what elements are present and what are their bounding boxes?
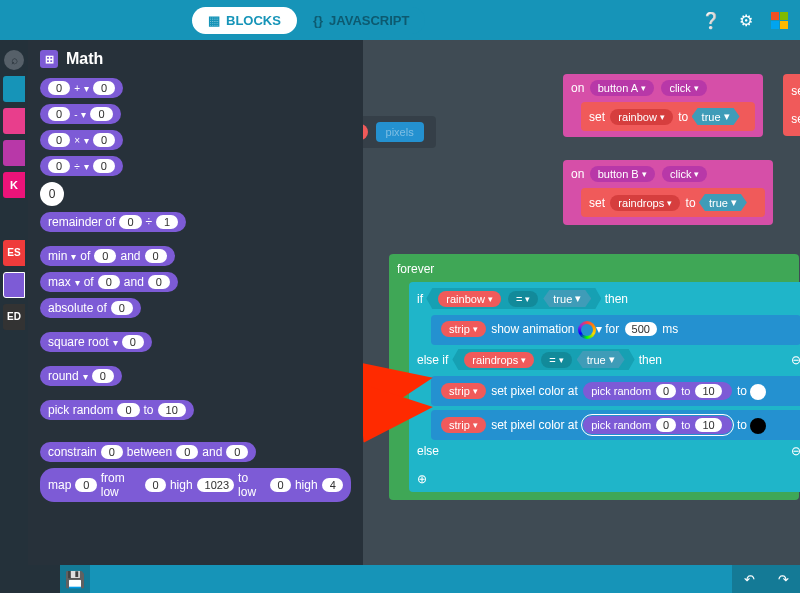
redo-icon: ↷ [778, 572, 789, 587]
sqrt-block[interactable]: square root▾ 0 [40, 332, 152, 352]
op-div-block[interactable]: 0÷▾0 [40, 156, 123, 176]
absolute-block[interactable]: absolute of 0 [40, 298, 141, 318]
sidebar-tab-math[interactable] [3, 272, 25, 298]
set-pixel-1-block[interactable]: strip▾ set pixel color at pick random 0 … [431, 376, 800, 406]
on-button-a-block[interactable]: on button A▾ click▾ set rainbow▾ to true… [563, 74, 763, 137]
round-block[interactable]: round▾ 0 [40, 366, 122, 386]
min-block[interactable]: min▾ of 0 and 0 [40, 246, 175, 266]
undo-button[interactable]: ↶ [732, 565, 766, 593]
flyout-header: ⊞ Math [40, 50, 351, 68]
sidebar-tab-1[interactable] [3, 76, 25, 102]
topbar: ▦ BLOCKS {} JAVASCRIPT ❔ ⚙ [0, 0, 800, 40]
math-flyout: ⊞ Math 0+▾0 0-▾0 0×▾0 0÷▾0 0 remainder o… [28, 40, 363, 565]
blocks-icon: ▦ [208, 13, 220, 28]
op-plus-block[interactable]: 0+▾0 [40, 78, 123, 98]
save-button[interactable]: 💾 [60, 565, 90, 593]
sidebar-tab-ed[interactable]: ED [3, 304, 25, 330]
js-icon: {} [313, 13, 323, 28]
redo-button[interactable]: ↷ [766, 565, 800, 593]
help-icon[interactable]: ❔ [701, 11, 721, 30]
sidebar-tab-2[interactable] [3, 108, 25, 134]
color-white-icon[interactable] [750, 384, 766, 400]
color-black-icon[interactable] [750, 418, 766, 434]
if-block[interactable]: if rainbow▾ =▾ true▾ then strip▾ show an… [409, 282, 800, 492]
topbar-right: ❔ ⚙ [701, 11, 788, 30]
forever-label: forever [397, 262, 799, 276]
undo-icon: ↶ [744, 572, 755, 587]
set-rainbow-block[interactable]: set rainbow▾ to true▾ [581, 102, 755, 131]
on-button-b-block[interactable]: on button B▾ click▾ set raindrops▾ to tr… [563, 160, 773, 225]
max-block[interactable]: max▾ of 0 and 0 [40, 272, 178, 292]
op-times-block[interactable]: 0×▾0 [40, 130, 123, 150]
minus-icon-2[interactable]: ⊖ [791, 444, 800, 458]
plus-icon[interactable]: ⊕ [417, 472, 800, 486]
bottombar: 💾 ↶ ↷ [0, 565, 800, 593]
pick-random-block[interactable]: pick random 0 to 10 [40, 400, 194, 420]
save-icon: 💾 [65, 570, 85, 589]
remainder-block[interactable]: remainder of 0 ÷ 1 [40, 212, 186, 232]
search-icon[interactable]: ⌕ [4, 50, 24, 70]
sidebar: ⌕ K ES ED [0, 40, 28, 565]
zero-block[interactable]: 0 [40, 182, 64, 206]
minus-icon[interactable]: ⊖ [791, 353, 800, 367]
calculator-icon: ⊞ [40, 50, 58, 68]
sidebar-tab-es[interactable]: ES [3, 240, 25, 266]
op-minus-block[interactable]: 0-▾0 [40, 104, 121, 124]
sidebar-tab-k[interactable]: K [3, 172, 25, 198]
tab-blocks[interactable]: ▦ BLOCKS [192, 7, 297, 34]
set-raindrops-block[interactable]: set raindrops▾ to true▾ [581, 188, 765, 217]
show-animation-block[interactable]: strip▾ show animation ▾ for 500 ms [431, 315, 800, 345]
microsoft-logo-icon[interactable] [771, 12, 788, 29]
faded-create-strip-block: create strip on A1▾ with num_leds▾ pixel… [363, 116, 436, 148]
forever-block[interactable]: forever if rainbow▾ =▾ true▾ then strip▾… [389, 254, 799, 500]
set-pixel-2-block[interactable]: strip▾ set pixel color at pick random 0 … [431, 410, 800, 440]
tab-javascript[interactable]: {} JAVASCRIPT [297, 7, 426, 34]
gear-icon[interactable]: ⚙ [739, 11, 753, 30]
constrain-block[interactable]: constrain 0 between 0 and 0 [40, 442, 256, 462]
flyout-title: Math [66, 50, 103, 68]
bottombar-left [0, 565, 60, 593]
tab-blocks-label: BLOCKS [226, 13, 281, 28]
sidebar-tab-3[interactable] [3, 140, 25, 166]
set-partial-block[interactable]: se se [783, 74, 800, 136]
workspace[interactable]: to 168 create strip on A1▾ with num_leds… [363, 40, 800, 565]
rainbow-icon[interactable] [578, 321, 596, 339]
tab-group: ▦ BLOCKS {} JAVASCRIPT [192, 7, 425, 34]
main: ⌕ K ES ED ⊞ Math 0+▾0 0-▾0 0×▾0 0÷▾0 0 r… [0, 40, 800, 565]
map-block[interactable]: map 0 from low 0 high 1023 to low 0 high… [40, 468, 351, 502]
tab-js-label: JAVASCRIPT [329, 13, 409, 28]
